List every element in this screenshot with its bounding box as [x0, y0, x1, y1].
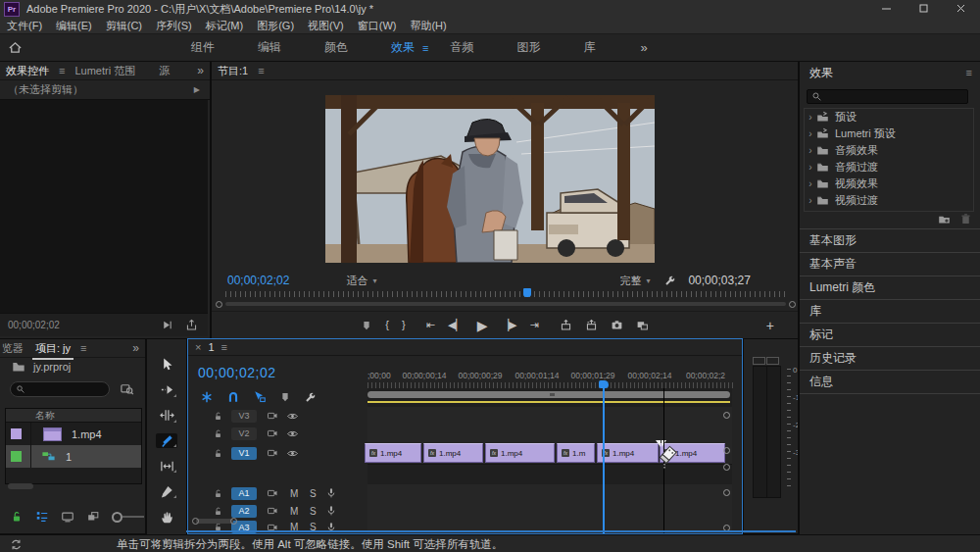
- track-lock-icon[interactable]: [213, 448, 223, 459]
- tree-item-audio-transitions[interactable]: › 音频过渡: [805, 159, 973, 176]
- workspace-tab-editing[interactable]: 编辑: [236, 39, 303, 56]
- panel-lumetri-color[interactable]: Lumetri 颜色: [800, 276, 980, 299]
- tree-item-video-effects[interactable]: › 视频效果: [805, 176, 973, 192]
- panel-menu-icon[interactable]: ≡: [55, 65, 69, 76]
- hscroll-handle-left-icon[interactable]: [192, 518, 199, 525]
- go-to-out-icon[interactable]: ⇥: [530, 320, 539, 330]
- track-v2-lane[interactable]: [368, 425, 732, 443]
- comparison-view-icon[interactable]: [636, 319, 649, 331]
- panel-markers[interactable]: 标记: [800, 323, 980, 346]
- twirl-icon[interactable]: ›: [805, 112, 816, 123]
- track-target-a1[interactable]: A1: [231, 487, 257, 500]
- project-file-name[interactable]: jy.prproj: [33, 361, 71, 373]
- track-target-v2[interactable]: V2: [231, 427, 257, 440]
- hand-tool[interactable]: [156, 509, 177, 525]
- razor-tool[interactable]: [156, 433, 177, 449]
- track-v3-lane[interactable]: [368, 407, 732, 426]
- track-lock-icon[interactable]: [213, 488, 223, 499]
- track-lock-icon[interactable]: [213, 411, 223, 422]
- project-row-sequence[interactable]: 1: [6, 445, 141, 468]
- menu-clip[interactable]: 剪辑(C): [99, 19, 149, 33]
- delete-bin-icon[interactable]: [959, 213, 972, 226]
- tab-lumetri-scopes[interactable]: Lumetri 范围: [69, 62, 141, 80]
- timeline-clip[interactable]: fx 1.mp4: [365, 443, 421, 463]
- monitor-playhead[interactable]: [523, 288, 531, 297]
- pen-tool[interactable]: [156, 483, 177, 499]
- source-patch-icon[interactable]: [267, 505, 278, 517]
- workspace-overflow-icon[interactable]: »: [640, 40, 647, 55]
- project-list-scrollbar[interactable]: [8, 483, 33, 489]
- tab-source[interactable]: 源: [153, 62, 175, 80]
- twirl-icon[interactable]: ›: [805, 162, 816, 173]
- playback-resolution-dropdown[interactable]: 完整: [619, 274, 641, 288]
- tree-item-audio-effects[interactable]: › 音频效果: [805, 142, 973, 159]
- project-writable-lock-icon[interactable]: [10, 510, 24, 524]
- program-timecode[interactable]: 00;00;02;02: [227, 274, 289, 287]
- menu-edit[interactable]: 编辑(E): [49, 19, 99, 33]
- nest-sequence-icon[interactable]: [200, 390, 214, 404]
- panel-essential-graphics[interactable]: 基本图形: [800, 228, 980, 252]
- play-button[interactable]: ▶: [477, 319, 488, 332]
- source-patch-icon[interactable]: [267, 410, 278, 422]
- track-target-v3[interactable]: V3: [231, 410, 257, 423]
- menu-help[interactable]: 帮助(H): [403, 19, 453, 33]
- workspace-tab-color[interactable]: 颜色: [303, 39, 369, 56]
- track-target-v1[interactable]: V1: [231, 447, 257, 460]
- track-a1-lane[interactable]: [368, 484, 732, 503]
- solo-track-button[interactable]: S: [310, 488, 317, 499]
- workspace-tab-audio[interactable]: 音频: [428, 39, 495, 56]
- source-patch-icon[interactable]: [267, 447, 278, 459]
- work-area-bar[interactable]: [368, 401, 730, 403]
- track-select-forward-tool[interactable]: [156, 382, 177, 398]
- timeline-hscrollbar[interactable]: [196, 519, 233, 524]
- timeline-menu-icon[interactable]: ≡: [221, 341, 227, 353]
- twirl-icon[interactable]: ›: [805, 128, 816, 139]
- timeline-clip[interactable]: fx 1.m: [557, 443, 595, 463]
- maximize-button[interactable]: [906, 0, 943, 18]
- menu-view[interactable]: 视图(V): [301, 19, 351, 33]
- project-panel-menu-icon[interactable]: ≡: [76, 342, 90, 354]
- track-scroll-anchor-icon[interactable]: [723, 489, 730, 496]
- play-audio-icon[interactable]: [161, 319, 173, 331]
- selection-tool[interactable]: [156, 357, 177, 373]
- source-patch-icon[interactable]: [267, 487, 278, 499]
- menu-graphics[interactable]: 图形(G): [250, 19, 301, 33]
- toggle-track-output-eye-icon[interactable]: [286, 410, 299, 423]
- effects-panel-menu-icon[interactable]: ≡: [966, 67, 972, 78]
- toggle-track-output-eye-icon[interactable]: [286, 427, 299, 440]
- mark-in-icon[interactable]: {: [385, 320, 389, 330]
- solo-track-button[interactable]: S: [310, 506, 317, 517]
- icon-view-icon[interactable]: [61, 510, 74, 524]
- scroll-anchor-right-icon[interactable]: [789, 301, 796, 308]
- toggle-track-output-eye-icon[interactable]: [286, 447, 299, 460]
- twirl-icon[interactable]: ›: [805, 195, 816, 206]
- clip-name[interactable]: 1.mp4: [72, 428, 102, 440]
- extract-icon[interactable]: [585, 319, 598, 331]
- export-frame-icon[interactable]: [185, 319, 198, 331]
- close-button[interactable]: [943, 0, 980, 18]
- project-overflow-icon[interactable]: »: [132, 341, 145, 355]
- twirl-icon[interactable]: ›: [805, 178, 816, 189]
- timeline-zoom-scrollbar[interactable]: [368, 391, 730, 398]
- export-frame-camera-icon[interactable]: [611, 319, 623, 331]
- project-row-clip[interactable]: 1.mp4: [6, 423, 141, 445]
- new-custom-bin-icon[interactable]: [938, 213, 951, 226]
- expand-arrow-icon[interactable]: ▶: [194, 85, 200, 94]
- track-lock-icon[interactable]: [213, 506, 223, 517]
- track-scroll-anchor-icon[interactable]: [723, 464, 730, 471]
- menu-markers[interactable]: 标记(M): [199, 19, 251, 33]
- tree-item-lumetri-presets[interactable]: › Lumetri 预设: [805, 125, 973, 142]
- tab-effect-controls[interactable]: 效果控件: [0, 62, 55, 80]
- linked-selection-icon[interactable]: [253, 390, 267, 404]
- sequence-name[interactable]: 1: [66, 451, 72, 463]
- mute-track-button[interactable]: M: [290, 488, 298, 499]
- track-target-a2[interactable]: A2: [231, 505, 257, 518]
- timeline-clip[interactable]: fx 1.mp4: [597, 443, 659, 463]
- list-view-icon[interactable]: [35, 510, 49, 524]
- tree-item-presets[interactable]: › 预设: [805, 109, 973, 125]
- sequence-tab[interactable]: 1: [208, 341, 214, 353]
- timeline-clip[interactable]: fx 1.mp4: [423, 443, 483, 463]
- panel-info[interactable]: 信息: [800, 370, 980, 394]
- panel-libraries[interactable]: 库: [800, 299, 980, 323]
- snap-magnet-icon[interactable]: [226, 390, 240, 404]
